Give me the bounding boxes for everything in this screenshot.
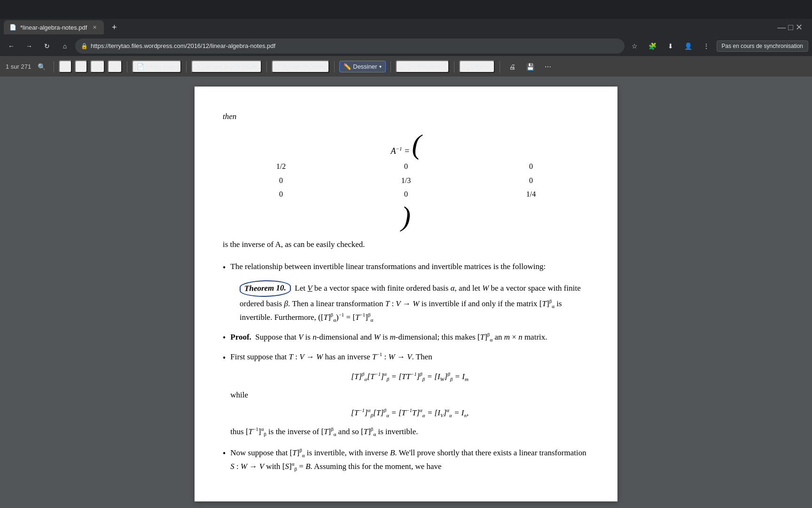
zoom-out-icon: − [63, 63, 67, 70]
separator-2 [127, 61, 127, 72]
rotate-button[interactable]: ↺ [90, 60, 105, 73]
search-pdf-button[interactable]: 🔍 [34, 59, 49, 74]
window-controls: — □ ✕ [777, 22, 808, 32]
while-text: while [230, 389, 589, 401]
nav-bar: ← → ↻ ⌂ 🔒 https://terrytao.files.wordpre… [0, 36, 812, 56]
zoom-in-button[interactable]: + [75, 60, 88, 73]
surbrillance-button[interactable]: 🖊 Surbrillance ▾ [396, 60, 450, 73]
separator-1 [54, 61, 54, 72]
refresh-button[interactable]: ↻ [39, 39, 55, 54]
bullet-relationship: • The relationship between invertible li… [223, 260, 589, 275]
separator-3 [186, 61, 187, 72]
url-text: https://terrytao.files.wordpress.com/201… [91, 42, 275, 49]
effacer-button[interactable]: ◻ Effacer [459, 60, 495, 73]
sync-button[interactable]: Pas en cours de synchronisation [717, 40, 808, 52]
right-paren: ) [401, 201, 411, 232]
ajouter-button[interactable]: T Ajouter du texte [272, 60, 329, 73]
separator-5 [334, 61, 335, 72]
surbrillance-chevron-icon: ▾ [442, 64, 445, 69]
theorem-content-block: Theorem 10. Let V be a vector space with… [240, 280, 589, 325]
mode-page-icon: 📄 [137, 63, 144, 70]
left-paren: ( [412, 129, 422, 160]
fit-button[interactable]: ⊡ [108, 60, 122, 73]
lock-icon: 🔒 [81, 43, 88, 49]
bullet-dot-1: • [223, 261, 226, 275]
back-button[interactable]: ← [4, 39, 19, 54]
surbrillance-icon: 🖊 [400, 63, 406, 70]
bullet-dot-4: • [223, 447, 226, 460]
matrix-equation: A−1 = ( 1/2 0 0 0 1/3 0 0 0 1/4 ) [223, 130, 589, 230]
bullet-now-suppose: • Now suppose that [T]βα is invertible, … [223, 446, 589, 473]
separator-4 [266, 61, 267, 72]
separator-7 [454, 61, 454, 72]
tab-title: *linear-algebra-notes.pdf [20, 24, 87, 31]
downloads-button[interactable]: ⬇ [663, 39, 678, 54]
save-button[interactable]: 💾 [523, 59, 538, 74]
page-number: 1 sur 271 [6, 63, 31, 70]
home-button[interactable]: ⌂ [57, 39, 72, 54]
zoom-out-button[interactable]: − [59, 60, 72, 73]
mode-page-button[interactable]: 📄 Mode page [132, 60, 181, 73]
now-suppose-text: Now suppose that [T]βα is invertible, wi… [230, 446, 589, 473]
proof-text: Proof. Suppose that V is n-dimensional a… [230, 330, 547, 344]
first-suppose-content: First suppose that T : V → W has an inve… [230, 350, 589, 438]
active-tab[interactable]: 📄 *linear-algebra-notes.pdf ✕ [4, 20, 104, 34]
dessiner-icon: ✏️ [344, 63, 351, 70]
bullet-proof: • Proof. Suppose that V is n-dimensional… [223, 330, 589, 345]
matrix-grid: 1/2 0 0 0 1/3 0 0 0 1/4 [223, 159, 589, 202]
ajouter-icon: T [276, 63, 280, 70]
profile-button[interactable]: 👤 [681, 39, 696, 54]
zoom-in-icon: + [79, 63, 83, 70]
bullet-dot-3: • [223, 351, 226, 365]
effacer-icon: ◻ [464, 63, 469, 70]
forward-button[interactable]: → [22, 39, 37, 54]
pdf-toolbar: 1 sur 271 🔍 − + ↺ ⊡ 📄 Mode page A Lectur… [0, 56, 812, 77]
separator-6 [390, 61, 391, 72]
dessiner-button[interactable]: ✏️ Dessiner ▾ [339, 61, 385, 72]
settings-button[interactable]: ⋮ [699, 39, 714, 54]
fit-icon: ⊡ [112, 63, 117, 70]
lecture-icon: A [196, 63, 200, 70]
address-bar[interactable]: 🔒 https://terrytao.files.wordpress.com/2… [75, 39, 625, 54]
bullet-dot-2: • [223, 331, 226, 345]
star-button[interactable]: ☆ [627, 39, 642, 54]
print-button[interactable]: 🖨 [505, 59, 520, 74]
chevron-down-icon: ▾ [379, 64, 382, 69]
thus-text: thus [T−1]αβ is the inverse of [T]βα and… [230, 425, 589, 438]
tab-close-button[interactable]: ✕ [91, 24, 98, 31]
theorem-block: Theorem 10. Let V be a vector space with… [234, 280, 589, 325]
more-tools-button[interactable]: ⋯ [540, 59, 555, 74]
new-tab-button[interactable]: + [108, 21, 121, 34]
inverse-text: is the inverse of A, as can be easily ch… [223, 238, 589, 251]
equation-2: [T−1]αβ[T]βα = [T−1T]αα = [IV]αα = In, [230, 406, 589, 420]
title-bar [0, 0, 812, 19]
pdf-area: then A−1 = ( 1/2 0 0 0 1/3 0 0 0 1/4 ) i… [0, 77, 812, 508]
equation-1: [T]βα[T−1]αβ = [TT−1]ββ = [IW]ββ = Im [230, 370, 589, 384]
theorem-label: Theorem 10. [240, 280, 291, 297]
bullet-first-suppose: • First suppose that T : V → W has an in… [223, 350, 589, 438]
then-text: then [223, 110, 589, 123]
lecture-button[interactable]: A Lecture à voix haute [191, 60, 262, 73]
rotate-icon: ↺ [95, 63, 100, 70]
pdf-page: then A−1 = ( 1/2 0 0 0 1/3 0 0 0 1/4 ) i… [195, 87, 617, 501]
extensions-button[interactable]: 🧩 [645, 39, 660, 54]
tab-bar: 📄 *linear-algebra-notes.pdf ✕ + — □ ✕ [0, 19, 812, 36]
separator-8 [500, 61, 500, 72]
relationship-text: The relationship between invertible line… [230, 260, 546, 273]
